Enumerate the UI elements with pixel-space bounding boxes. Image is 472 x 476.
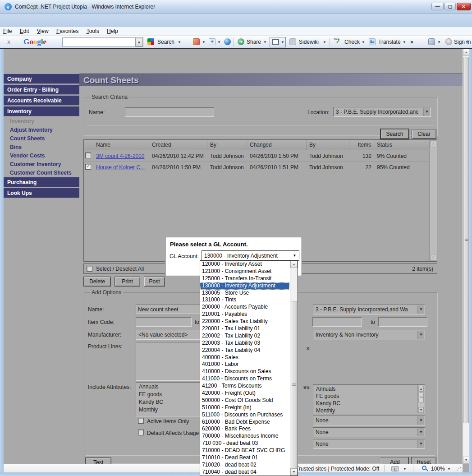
scroll-up-icon[interactable]: ▲	[290, 261, 298, 268]
gl-account-option[interactable]: 610000 - Bad Debt Expense	[200, 419, 289, 426]
list-item[interactable]: Monthly	[313, 407, 425, 414]
add-chevron-icon[interactable]: ▼	[217, 40, 221, 44]
search-location-select[interactable]: 3 - P.B.E. Supply Incorporated,anc▼	[333, 107, 431, 117]
google-earth-icon[interactable]	[224, 38, 231, 45]
gl-account-option[interactable]: 500000 - Cost Of Goods Sold	[200, 397, 289, 404]
security-report-icon[interactable]	[391, 466, 399, 471]
screen-capture-button[interactable]: ▼	[270, 37, 286, 47]
page-scrollbar[interactable]: ▲ ▼	[463, 49, 469, 464]
chevron-down-icon[interactable]: ▼	[417, 416, 424, 425]
sidebar-subitem-adjust-inventory[interactable]: Adjust Inventory	[4, 125, 79, 134]
scrollbar-thumb[interactable]	[291, 301, 297, 468]
table-scrollbar[interactable]: ∧ ∨	[429, 140, 437, 261]
sort-select-1[interactable]: None▼	[313, 416, 425, 425]
chevron-down-icon[interactable]: ▼	[291, 252, 298, 259]
row-checkbox[interactable]	[85, 164, 91, 170]
chevron-down-icon[interactable]: ▼	[417, 440, 424, 448]
sidebar-subitem-inventory[interactable]: Inventory	[4, 117, 79, 125]
gl-account-option[interactable]: 710040 - dead beat 04	[200, 469, 289, 476]
delete-button[interactable]: Delete	[83, 277, 111, 287]
column-header-items[interactable]: Items	[349, 140, 374, 150]
menu-help[interactable]: Help	[107, 28, 118, 34]
column-header-changed[interactable]: Changed	[247, 140, 307, 150]
sidewiki-chevron-icon[interactable]: ▼	[323, 40, 326, 44]
toolbar-search-input[interactable]	[62, 37, 143, 47]
check-button[interactable]: Check	[344, 39, 360, 45]
column-header-created-by[interactable]: By	[207, 140, 247, 150]
chevron-down-icon[interactable]: ▼	[417, 331, 424, 339]
chevron-down-icon[interactable]: ▼	[417, 428, 424, 436]
scrollbar-thumb[interactable]	[418, 393, 424, 402]
resize-grip[interactable]	[456, 467, 461, 471]
screen-chevron-icon[interactable]: ▼	[281, 40, 284, 44]
gl-account-option[interactable]: 401000 - Labor	[200, 361, 289, 368]
minimize-button[interactable]: —	[431, 3, 444, 10]
sidebar-item-look-ups[interactable]: Look Ups	[4, 188, 79, 198]
zoom-magnifier-icon[interactable]	[422, 466, 426, 470]
gl-account-option[interactable]: 710010 - Dead Beat 01	[200, 454, 289, 462]
add-location-select[interactable]: 3 - P.B.E. Supply Incorporated,and Wa▼	[313, 305, 425, 314]
search-options-chevron-icon[interactable]: ▼	[178, 40, 181, 44]
zoom-level[interactable]: 100%	[431, 466, 445, 472]
gl-account-option-selected[interactable]: 130000 - Inventory Adjustment	[200, 282, 289, 290]
translate-button[interactable]: Translate	[378, 39, 401, 45]
sidebar-item-company[interactable]: Company	[4, 74, 79, 84]
share-button[interactable]: Share	[247, 39, 261, 45]
range-from-input[interactable]	[312, 317, 362, 327]
gl-account-option[interactable]: 400000 - Sales	[200, 354, 289, 361]
sidewiki-button[interactable]: Sidewiki	[299, 39, 319, 45]
range-to-input[interactable]	[378, 317, 427, 327]
check-chevron-icon[interactable]: ▼	[362, 40, 365, 44]
sidebar-item-accounts-receivable[interactable]: Accounts Receivable	[4, 95, 79, 106]
sidebar-item-inventory[interactable]: Inventory	[4, 106, 79, 116]
gl-account-option[interactable]: 220003 - Tax Liability 03	[200, 340, 289, 347]
item-type-select[interactable]: Inventory & Non-Inventory▼	[313, 330, 425, 340]
scroll-up-icon[interactable]: ∧	[430, 140, 436, 147]
photos-icon[interactable]	[193, 38, 200, 45]
sidebar-item-purchasing[interactable]: Purchasing	[4, 177, 79, 187]
active-items-only-checkbox[interactable]	[138, 418, 144, 424]
menu-favorites[interactable]: Favorites	[56, 28, 78, 34]
translate-icon[interactable]: âa	[369, 38, 376, 45]
menu-file[interactable]: File	[3, 28, 12, 34]
signin-chevron-icon[interactable]: ▼	[465, 40, 469, 44]
gl-account-option[interactable]: 220001 - Tax Liability 01	[200, 325, 289, 333]
select-all-checkbox[interactable]	[87, 266, 92, 272]
attributes-listbox[interactable]: Annuals FE goods Kandy BC Monthly ▲ ▼	[313, 384, 425, 414]
search-button[interactable]: Search	[157, 39, 174, 45]
gl-account-option[interactable]: 130005 - Store Use	[200, 290, 289, 297]
default-affects-usage-checkbox[interactable]	[138, 430, 144, 435]
gl-account-option[interactable]: 710 030 - dead beat 03	[200, 440, 289, 447]
menu-tools[interactable]: Tools	[87, 28, 99, 34]
attributes-scrollbar[interactable]: ▲ ▼	[417, 385, 424, 413]
sidewiki-bubble-icon[interactable]	[289, 38, 296, 45]
chevron-down-icon[interactable]: ▼	[423, 108, 430, 116]
sidebar-subitem-count-sheets[interactable]: Count Sheets	[4, 134, 79, 143]
sidebar-subitem-bins[interactable]: Bins	[4, 143, 79, 151]
gl-account-select[interactable]: 130000 - Inventory Adjustment▼	[202, 250, 299, 261]
sort-select-3[interactable]: None▼	[313, 439, 425, 449]
sidebar-item-order-entry-billing[interactable]: Order Entry - Billing	[4, 84, 79, 95]
maximize-button[interactable]: ▢	[445, 3, 456, 10]
gl-account-option[interactable]: 710020 - dead beat 02	[200, 462, 289, 469]
gl-account-option[interactable]: 411000 - Discounts on Terms	[200, 375, 289, 383]
menu-view[interactable]: View	[37, 28, 49, 34]
wrench-icon[interactable]	[428, 38, 435, 45]
scroll-down-icon[interactable]: ▼	[463, 457, 469, 464]
scroll-down-icon[interactable]: ▼	[418, 407, 424, 413]
column-header-changed-by[interactable]: By	[307, 140, 349, 150]
item-code-from-input[interactable]	[136, 317, 192, 327]
share-icon[interactable]: ➔	[238, 38, 244, 45]
scroll-down-icon[interactable]: ▼	[290, 468, 298, 476]
count-sheet-link[interactable]: House of Koloer C...	[96, 164, 145, 171]
search-history-dropdown-icon[interactable]: ▼	[135, 38, 143, 46]
gl-account-option[interactable]: 410000 - Discounts on Sales	[200, 368, 289, 375]
print-button[interactable]: Print	[115, 277, 140, 287]
sidebar-subitem-vendor-costs[interactable]: Vendor Costs	[4, 151, 79, 160]
sidebar-subitem-customer-inventory[interactable]: Customer Inventory	[4, 160, 79, 168]
chevron-down-icon[interactable]: ▼	[417, 305, 424, 314]
translate-chevron-icon[interactable]: ▼	[403, 40, 406, 44]
search-button[interactable]: Search	[380, 129, 409, 139]
gl-account-option[interactable]: 200000 - Accounts Payable	[200, 304, 289, 311]
gl-account-option[interactable]: 41200 - Terms Discounts	[200, 383, 289, 390]
